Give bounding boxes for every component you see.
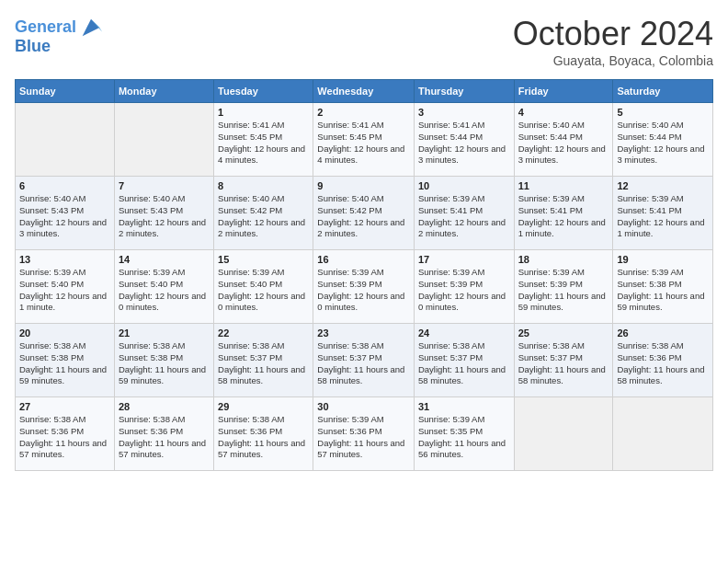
day-cell: 20Sunrise: 5:38 AM Sunset: 5:38 PM Dayli… [16, 324, 115, 397]
day-number: 21 [119, 327, 210, 339]
day-cell: 18Sunrise: 5:39 AM Sunset: 5:39 PM Dayli… [514, 250, 613, 324]
day-number: 6 [19, 180, 110, 191]
day-cell: 25Sunrise: 5:38 AM Sunset: 5:37 PM Dayli… [514, 324, 613, 397]
header-sunday: Sunday [16, 80, 115, 103]
day-number: 13 [19, 254, 110, 265]
day-info: Sunrise: 5:41 AM Sunset: 5:45 PM Dayligh… [317, 120, 410, 167]
day-cell [514, 397, 613, 471]
week-row-5: 27Sunrise: 5:38 AM Sunset: 5:36 PM Dayli… [16, 397, 713, 471]
day-cell: 15Sunrise: 5:39 AM Sunset: 5:40 PM Dayli… [214, 250, 313, 324]
day-cell: 11Sunrise: 5:39 AM Sunset: 5:41 PM Dayli… [514, 177, 613, 250]
day-info: Sunrise: 5:38 AM Sunset: 5:37 PM Dayligh… [518, 340, 609, 387]
day-number: 10 [418, 180, 510, 191]
day-info: Sunrise: 5:39 AM Sunset: 5:41 PM Dayligh… [617, 193, 709, 240]
week-row-3: 13Sunrise: 5:39 AM Sunset: 5:40 PM Dayli… [16, 250, 713, 324]
day-info: Sunrise: 5:39 AM Sunset: 5:36 PM Dayligh… [317, 414, 410, 461]
day-cell: 5Sunrise: 5:40 AM Sunset: 5:44 PM Daylig… [613, 103, 713, 177]
day-cell: 22Sunrise: 5:38 AM Sunset: 5:37 PM Dayli… [214, 324, 313, 397]
header-tuesday: Tuesday [214, 80, 313, 103]
day-info: Sunrise: 5:39 AM Sunset: 5:39 PM Dayligh… [317, 267, 410, 314]
day-number: 8 [218, 180, 309, 191]
week-row-2: 6Sunrise: 5:40 AM Sunset: 5:43 PM Daylig… [16, 177, 713, 250]
day-info: Sunrise: 5:38 AM Sunset: 5:36 PM Dayligh… [19, 414, 110, 461]
day-cell: 30Sunrise: 5:39 AM Sunset: 5:36 PM Dayli… [313, 397, 415, 471]
day-number: 14 [119, 254, 210, 265]
logo-blue: Blue [15, 37, 51, 56]
day-number: 3 [418, 107, 510, 118]
day-cell: 1Sunrise: 5:41 AM Sunset: 5:45 PM Daylig… [214, 103, 313, 177]
day-cell: 19Sunrise: 5:39 AM Sunset: 5:38 PM Dayli… [613, 250, 713, 324]
day-cell: 4Sunrise: 5:40 AM Sunset: 5:44 PM Daylig… [514, 103, 613, 177]
day-cell: 29Sunrise: 5:38 AM Sunset: 5:36 PM Dayli… [214, 397, 313, 471]
day-number: 27 [19, 401, 110, 412]
day-cell: 8Sunrise: 5:40 AM Sunset: 5:42 PM Daylig… [214, 177, 313, 250]
day-cell: 12Sunrise: 5:39 AM Sunset: 5:41 PM Dayli… [613, 177, 713, 250]
day-info: Sunrise: 5:38 AM Sunset: 5:37 PM Dayligh… [218, 340, 309, 387]
day-number: 1 [218, 107, 309, 118]
day-number: 9 [317, 180, 410, 191]
day-number: 24 [418, 327, 510, 339]
day-info: Sunrise: 5:39 AM Sunset: 5:38 PM Dayligh… [617, 267, 709, 314]
month-title: October 2024 [513, 15, 713, 53]
day-number: 23 [317, 327, 410, 339]
day-info: Sunrise: 5:40 AM Sunset: 5:43 PM Dayligh… [19, 193, 110, 240]
day-cell: 16Sunrise: 5:39 AM Sunset: 5:39 PM Dayli… [313, 250, 415, 324]
day-number: 30 [317, 401, 410, 412]
header-friday: Friday [514, 80, 613, 103]
day-number: 29 [218, 401, 309, 412]
logo-text: General [15, 18, 76, 37]
day-info: Sunrise: 5:40 AM Sunset: 5:42 PM Dayligh… [218, 193, 309, 240]
day-info: Sunrise: 5:41 AM Sunset: 5:45 PM Dayligh… [218, 120, 309, 167]
day-number: 22 [218, 327, 309, 339]
svg-marker-0 [83, 19, 100, 37]
day-info: Sunrise: 5:40 AM Sunset: 5:43 PM Dayligh… [119, 193, 210, 240]
day-number: 28 [119, 401, 210, 412]
day-info: Sunrise: 5:38 AM Sunset: 5:37 PM Dayligh… [317, 340, 410, 387]
day-number: 17 [418, 254, 510, 265]
day-info: Sunrise: 5:39 AM Sunset: 5:39 PM Dayligh… [418, 267, 510, 314]
day-cell: 23Sunrise: 5:38 AM Sunset: 5:37 PM Dayli… [313, 324, 415, 397]
day-cell: 31Sunrise: 5:39 AM Sunset: 5:35 PM Dayli… [414, 397, 514, 471]
day-info: Sunrise: 5:38 AM Sunset: 5:36 PM Dayligh… [218, 414, 309, 461]
day-info: Sunrise: 5:39 AM Sunset: 5:41 PM Dayligh… [418, 193, 510, 240]
day-cell [114, 103, 213, 177]
header-saturday: Saturday [613, 80, 713, 103]
day-info: Sunrise: 5:39 AM Sunset: 5:40 PM Dayligh… [119, 267, 210, 314]
day-info: Sunrise: 5:39 AM Sunset: 5:40 PM Dayligh… [218, 267, 309, 314]
page-header: General Blue October 2024 Guayata, Boyac… [15, 15, 713, 68]
day-number: 31 [418, 401, 510, 412]
calendar-header-row: SundayMondayTuesdayWednesdayThursdayFrid… [16, 80, 713, 103]
week-row-1: 1Sunrise: 5:41 AM Sunset: 5:45 PM Daylig… [16, 103, 713, 177]
day-info: Sunrise: 5:40 AM Sunset: 5:42 PM Dayligh… [317, 193, 410, 240]
day-number: 25 [518, 327, 609, 339]
day-cell: 2Sunrise: 5:41 AM Sunset: 5:45 PM Daylig… [313, 103, 415, 177]
day-info: Sunrise: 5:39 AM Sunset: 5:39 PM Dayligh… [518, 267, 609, 314]
day-info: Sunrise: 5:41 AM Sunset: 5:44 PM Dayligh… [418, 120, 510, 167]
day-cell: 17Sunrise: 5:39 AM Sunset: 5:39 PM Dayli… [414, 250, 514, 324]
day-info: Sunrise: 5:39 AM Sunset: 5:41 PM Dayligh… [518, 193, 609, 240]
day-number: 5 [617, 107, 709, 118]
day-cell: 13Sunrise: 5:39 AM Sunset: 5:40 PM Dayli… [16, 250, 115, 324]
day-cell: 7Sunrise: 5:40 AM Sunset: 5:43 PM Daylig… [114, 177, 213, 250]
day-number: 12 [617, 180, 709, 191]
day-number: 20 [19, 327, 110, 339]
day-number: 4 [518, 107, 609, 118]
day-info: Sunrise: 5:38 AM Sunset: 5:38 PM Dayligh… [119, 340, 210, 387]
day-number: 16 [317, 254, 410, 265]
header-monday: Monday [114, 80, 213, 103]
day-number: 26 [617, 327, 709, 339]
day-number: 18 [518, 254, 609, 265]
day-info: Sunrise: 5:38 AM Sunset: 5:36 PM Dayligh… [119, 414, 210, 461]
day-cell: 24Sunrise: 5:38 AM Sunset: 5:37 PM Dayli… [414, 324, 514, 397]
day-number: 15 [218, 254, 309, 265]
day-cell: 27Sunrise: 5:38 AM Sunset: 5:36 PM Dayli… [16, 397, 115, 471]
day-info: Sunrise: 5:39 AM Sunset: 5:40 PM Dayligh… [19, 267, 110, 314]
day-cell: 6Sunrise: 5:40 AM Sunset: 5:43 PM Daylig… [16, 177, 115, 250]
header-thursday: Thursday [414, 80, 514, 103]
day-info: Sunrise: 5:40 AM Sunset: 5:44 PM Dayligh… [617, 120, 709, 167]
day-info: Sunrise: 5:40 AM Sunset: 5:44 PM Dayligh… [518, 120, 609, 167]
title-block: October 2024 Guayata, Boyaca, Colombia [513, 15, 713, 68]
calendar-body: 1Sunrise: 5:41 AM Sunset: 5:45 PM Daylig… [16, 103, 713, 471]
week-row-4: 20Sunrise: 5:38 AM Sunset: 5:38 PM Dayli… [16, 324, 713, 397]
day-cell: 9Sunrise: 5:40 AM Sunset: 5:42 PM Daylig… [313, 177, 415, 250]
